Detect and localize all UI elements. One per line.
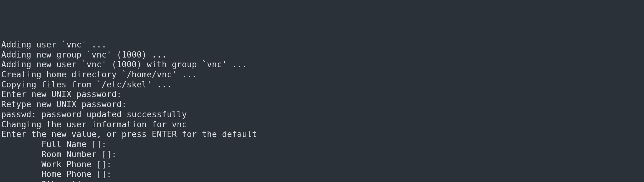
output-line: Changing the user information for vnc	[1, 120, 644, 130]
output-line: Enter the new value, or press ENTER for …	[1, 130, 644, 140]
output-line: Copying files from `/etc/skel' ...	[1, 80, 644, 90]
work-phone-prompt: Work Phone []:	[1, 160, 644, 170]
room-number-prompt: Room Number []:	[1, 150, 644, 160]
other-prompt: Other []:	[1, 179, 644, 182]
output-line: Creating home directory `/home/vnc' ...	[1, 70, 644, 80]
output-line: Adding new user `vnc' (1000) with group …	[1, 60, 644, 70]
full-name-prompt: Full Name []:	[1, 140, 644, 150]
password-retype-prompt: Retype new UNIX password:	[1, 100, 644, 110]
home-phone-prompt: Home Phone []:	[1, 169, 644, 179]
password-prompt: Enter new UNIX password:	[1, 90, 644, 100]
output-line: Adding user `vnc' ...	[1, 40, 644, 50]
terminal-output[interactable]: Adding user `vnc' ...Adding new group `v…	[0, 40, 644, 182]
output-line: Adding new group `vnc' (1000) ...	[1, 50, 644, 60]
output-line: passwd: password updated successfully	[1, 110, 644, 120]
